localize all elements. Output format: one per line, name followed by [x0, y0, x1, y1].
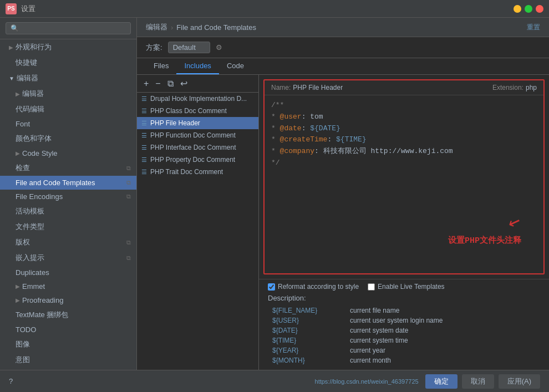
sidebar-item-duplicates[interactable]: Duplicates — [0, 266, 136, 279]
template-item-drupal[interactable]: ☰ Drupal Hook Implementation D... — [137, 93, 258, 105]
template-item-php-interface-doc[interactable]: ☰ PHP Interface Doc Comment — [137, 141, 258, 154]
sidebar-item-label: 颜色和字体 — [16, 134, 52, 144]
tabs-bar: Files Includes Code — [137, 58, 549, 75]
arrow-icon: ▶ — [9, 44, 13, 50]
sidebar-item-label: Font — [16, 120, 30, 128]
copy-icon: ⧉ — [126, 179, 131, 186]
content-area: 编辑器 › File and Code Templates 重置 方案: Def… — [137, 18, 549, 370]
sidebar-item-code-editing[interactable]: 代码编辑 — [0, 101, 136, 117]
remove-template-button[interactable]: − — [153, 78, 162, 90]
reset-button[interactable]: 重置 — [527, 23, 540, 32]
sidebar-item-color-font[interactable]: 颜色和字体 — [0, 131, 136, 146]
editor-ext-field: Extension: php — [492, 84, 537, 91]
main-container: ▶ 外观和行为 快捷键 ▼ 编辑器 ▶ 编辑器 代码编辑 Font 颜色和字体 … — [0, 18, 549, 370]
arrow-icon: ▶ — [16, 297, 20, 303]
copy-template-button[interactable]: ⧉ — [165, 78, 176, 90]
template-item-php-file-header[interactable]: ☰ PHP File Header — [137, 117, 258, 129]
live-templates-checkbox[interactable] — [368, 283, 375, 291]
code-line-1: /** — [271, 100, 537, 111]
sidebar-item-textmate[interactable]: TextMate 捆绑包 — [0, 307, 136, 323]
sidebar-item-file-code-templates[interactable]: File and Code Templates ⧉ — [0, 176, 136, 190]
maximize-button[interactable] — [525, 5, 532, 13]
template-split: + − ⧉ ↩ ☰ Drupal Hook Implementation D..… — [137, 75, 549, 370]
bottom-section: Reformat according to style Enable Live … — [259, 279, 549, 370]
name-value: PHP File Header — [293, 84, 343, 91]
desc-row-user: ${USER} current user system login name — [268, 315, 540, 325]
sidebar-item-check[interactable]: 检查 ⧉ — [0, 160, 136, 176]
editor-panel: Name: PHP File Header Extension: php /**… — [263, 79, 545, 274]
sidebar-item-appearance[interactable]: ▶ 外观和行为 — [0, 39, 136, 55]
footer: ? https://blog.csdn.net/weixin_46397725 … — [0, 370, 549, 392]
template-item-php-property-doc[interactable]: ☰ PHP Property Doc Comment — [137, 154, 258, 166]
sidebar-item-editor-group[interactable]: ▼ 编辑器 — [0, 70, 136, 86]
sidebar-item-label: 文件类型 — [16, 222, 44, 232]
template-toolbar: + − ⧉ ↩ — [137, 75, 258, 93]
sidebar-search-container — [0, 18, 136, 39]
tab-code[interactable]: Code — [219, 58, 252, 74]
var-name: ${TIME} — [268, 335, 345, 345]
sidebar-item-file-types[interactable]: 文件类型 — [0, 219, 136, 235]
sidebar-item-shortcuts[interactable]: 快捷键 — [0, 55, 136, 70]
reformat-checkbox[interactable] — [268, 283, 275, 291]
copy-icon: ⧉ — [126, 239, 131, 246]
description-title: Description: — [268, 294, 540, 302]
tab-files[interactable]: Files — [146, 58, 176, 74]
sidebar-item-image[interactable]: 图像 — [0, 337, 136, 352]
template-item-php-function-doc[interactable]: ☰ PHP Function Doc Comment — [137, 129, 258, 141]
name-label: Name: — [271, 84, 291, 91]
sidebar-item-live-templates[interactable]: 活动模板 — [0, 203, 136, 219]
footer-buttons: 确定 取消 应用(A) — [425, 374, 540, 389]
sidebar-item-label: 检查 — [16, 163, 30, 173]
sidebar-item-inlay-hints[interactable]: 嵌入提示 ⧉ — [0, 250, 136, 266]
annotation-arrow-icon: ↙ — [505, 207, 525, 235]
description-section: Description: ${FILE_NAME} current file n… — [259, 294, 549, 370]
help-button[interactable]: ? — [9, 377, 13, 385]
template-item-php-trait-doc[interactable]: ☰ PHP Trait Doc Comment — [137, 166, 258, 178]
cancel-button[interactable]: 取消 — [462, 374, 494, 389]
sidebar-item-emmet[interactable]: ▶ Emmet — [0, 279, 136, 293]
sidebar-item-proofreading[interactable]: ▶ Proofreading — [0, 293, 136, 307]
var-desc: current file name — [345, 306, 540, 315]
sidebar-item-font[interactable]: Font — [0, 117, 136, 131]
ok-button[interactable]: 确定 — [425, 374, 458, 389]
sidebar-item-label: 外观和行为 — [16, 42, 52, 52]
add-template-button[interactable]: + — [141, 78, 151, 90]
minimize-button[interactable] — [514, 5, 521, 13]
var-desc: current year — [345, 345, 540, 355]
sidebar-item-editor[interactable]: ▶ 编辑器 — [0, 86, 136, 101]
template-item-php-class-doc[interactable]: ☰ PHP Class Doc Comment — [137, 105, 258, 117]
copy-icon: ⧉ — [126, 165, 131, 172]
apply-button[interactable]: 应用(A) — [499, 374, 540, 389]
sidebar-item-intention[interactable]: 意图 — [0, 352, 136, 368]
template-item-label: PHP Class Doc Comment — [150, 107, 227, 115]
undo-template-button[interactable]: ↩ — [178, 77, 190, 90]
copy-icon: ⧉ — [126, 193, 131, 200]
sidebar-item-todo[interactable]: TODO — [0, 323, 136, 337]
window-title: 设置 — [21, 4, 514, 14]
live-templates-label: Enable Live Templates — [378, 283, 445, 291]
schema-select[interactable]: Default — [168, 42, 210, 53]
sidebar-item-lang-inject[interactable]: 语言注入 ⧉ — [0, 368, 136, 370]
desc-row-year: ${YEAR} current year — [268, 345, 540, 355]
breadcrumb: 编辑器 › File and Code Templates — [146, 22, 256, 32]
template-icon: ☰ — [141, 95, 147, 103]
sidebar-item-copyright[interactable]: 版权 ⧉ — [0, 235, 136, 250]
template-icon: ☰ — [141, 120, 147, 127]
gear-icon[interactable]: ⚙ — [216, 43, 222, 52]
annotation: ↙ 设置PHP文件头注释 — [448, 208, 521, 246]
template-icon: ☰ — [141, 132, 147, 139]
code-editor[interactable]: /** * @user: tom * @date: ${DATE} * @cre… — [265, 95, 543, 273]
sidebar-item-label: TextMate 捆绑包 — [16, 310, 68, 320]
var-desc: current user system login name — [345, 315, 540, 325]
sidebar-item-label: 嵌入提示 — [16, 253, 44, 263]
sidebar-item-code-style[interactable]: ▶ Code Style — [0, 146, 136, 160]
annotation-text: 设置PHP文件头注释 — [448, 235, 521, 246]
sidebar-item-label: Code Style — [22, 149, 58, 157]
template-icon: ☰ — [141, 169, 147, 176]
search-input[interactable] — [6, 22, 131, 34]
tab-includes[interactable]: Includes — [176, 58, 218, 74]
close-button[interactable] — [536, 5, 543, 13]
sidebar-item-file-encodings[interactable]: File Encodings ⧉ — [0, 190, 136, 203]
reformat-checkbox-group: Reformat according to style — [268, 283, 359, 291]
sidebar-item-label: 活动模板 — [16, 206, 44, 216]
